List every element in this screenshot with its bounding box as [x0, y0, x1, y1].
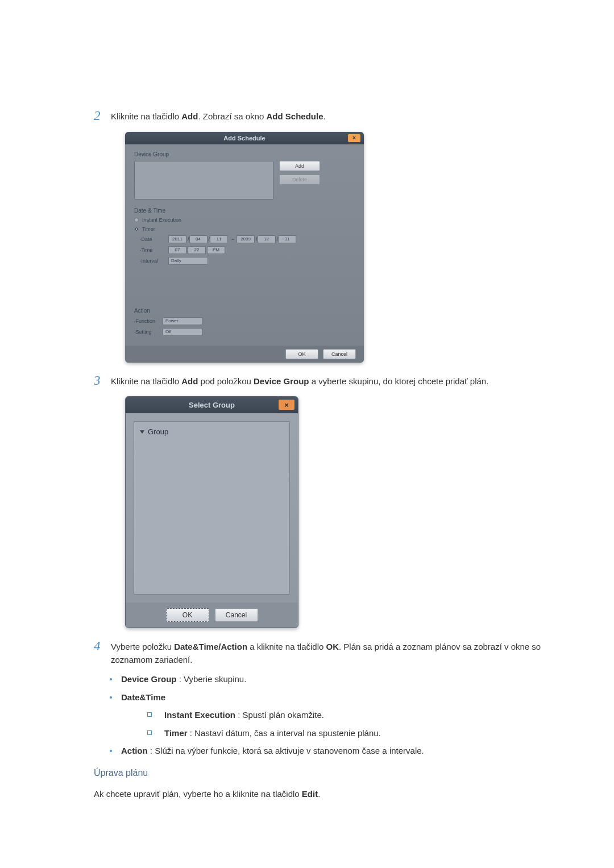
time-hour-spinner[interactable]: 07 [168, 246, 186, 254]
ok-button[interactable]: OK [166, 608, 209, 622]
time-ampm-spinner[interactable]: PM [207, 246, 225, 254]
device-group-buttons: Add Delete [279, 161, 320, 200]
timer-fields: ·Date 2011/ 04/ 11 – 2099/ 12/ 31 ·Time … [140, 235, 355, 265]
ok-button[interactable]: OK [285, 349, 318, 359]
step-4-number: 4 [94, 638, 111, 654]
date-year2-spinner[interactable]: 2099 [237, 235, 255, 243]
dialog-title-bar: Add Schedule × [125, 132, 364, 144]
close-x: × [284, 401, 289, 409]
bullet-list: Device Group : Vyberie skupinu. Date&Tim… [110, 673, 563, 758]
text-frag: Kliknite na tlačidlo [111, 376, 181, 386]
cancel-button[interactable]: Cancel [215, 608, 258, 622]
add-schedule-screenshot: Add Schedule × Device Group Add Delete D… [125, 132, 563, 363]
text-frag: Kliknite na tlačidlo [111, 111, 181, 121]
group-tree[interactable]: Group [134, 421, 290, 595]
bullet-action: Action : Slúži na výber funkcie, ktorá s… [110, 745, 563, 758]
step-3-text: Kliknite na tlačidlo Add pod položkou De… [111, 373, 488, 388]
bullet-date-time: Date&Time [110, 691, 563, 704]
function-label: ·Function [134, 318, 163, 324]
text-bold: Device Group [254, 376, 309, 386]
step-2: 2 Kliknite na tlačidlo Add. Zobrazí sa o… [94, 108, 563, 124]
delete-button: Delete [279, 175, 320, 185]
bullet-bold: Device Group [121, 674, 177, 684]
text-frag: Ak chcete upraviť plán, vyberte ho a kli… [94, 789, 302, 799]
interval-dropdown[interactable]: Daily [168, 257, 208, 265]
date-day2-spinner[interactable]: 31 [278, 235, 296, 243]
setting-label: ·Setting [134, 329, 163, 335]
bullet-icon [110, 750, 112, 752]
sub-bullet-instant: Instant Execution : Spustí plán okamžite… [147, 709, 563, 722]
dialog2-body: Group [126, 413, 298, 603]
date-label: ·Date [140, 236, 168, 242]
time-field-row: ·Time 07 22 PM [140, 246, 355, 254]
bullet-device-group: Device Group : Vyberie skupinu. [110, 673, 563, 686]
date-time-section: Instant Execution Timer ·Date 2011/ 04/ … [134, 217, 355, 302]
date-day1-spinner[interactable]: 11 [210, 235, 228, 243]
device-group-section: Add Delete [134, 161, 355, 200]
function-dropdown[interactable]: Power [163, 317, 202, 325]
dialog2-footer: OK Cancel [126, 603, 298, 628]
text-bold: Date&Time/Action [174, 642, 247, 651]
text-frag: . Zobrazí sa okno [198, 111, 266, 121]
sub-bullet-bold: Timer [164, 728, 188, 738]
group-tree-item[interactable]: Group [140, 427, 284, 436]
radio-icon [134, 218, 139, 222]
text-bold: Add [181, 376, 198, 386]
close-icon[interactable]: × [348, 134, 360, 142]
bullet-icon [110, 678, 112, 680]
setting-dropdown[interactable]: Off [163, 328, 202, 336]
edit-plan-text: Ak chcete upraviť plán, vyberte ho a kli… [94, 787, 563, 801]
text-frag: . [318, 789, 320, 799]
sub-bullet-text: : Nastaví dátum, čas a interval na spust… [188, 728, 381, 738]
text-frag: a kliknite na tlačidlo [247, 642, 326, 651]
bullet-text: : Slúži na výber funkcie, ktorá sa aktiv… [148, 746, 424, 755]
time-min-spinner[interactable]: 22 [188, 246, 206, 254]
close-x: × [352, 135, 356, 141]
sub-bullet-text: : Spustí plán okamžite. [235, 710, 324, 720]
radio-label: Timer [142, 226, 155, 232]
dialog-footer: OK Cancel [125, 346, 364, 363]
bullet-bold: Action [121, 746, 148, 755]
text-bold: Edit [302, 789, 318, 799]
text-frag: a vyberte skupinu, do ktorej chcete prid… [309, 376, 489, 386]
interval-label: ·Interval [140, 258, 168, 264]
text-frag: . [323, 111, 325, 121]
sub-bullet-timer: Timer : Nastaví dátum, čas a interval na… [147, 727, 563, 740]
step-3-number: 3 [94, 373, 111, 389]
dialog2-title-text: Select Group [189, 401, 235, 409]
select-group-dialog: Select Group × Group OK Cancel [125, 396, 298, 628]
time-label: ·Time [140, 247, 168, 253]
function-field-row: ·Function Power [134, 317, 355, 325]
bullet-icon [110, 696, 112, 699]
radio-label: Instant Execution [142, 217, 181, 223]
select-group-screenshot: Select Group × Group OK Cancel [125, 396, 563, 628]
radio-icon [134, 227, 139, 231]
date-year1-spinner[interactable]: 2011 [168, 235, 186, 243]
add-button[interactable]: Add [279, 161, 320, 171]
step-2-number: 2 [94, 108, 111, 124]
dash: – [231, 236, 234, 242]
sub-bullet-bold: Instant Execution [164, 710, 235, 720]
step-2-text: Kliknite na tlačidlo Add. Zobrazí sa okn… [111, 108, 326, 123]
sub-bullet-icon [147, 730, 152, 735]
instant-execution-radio[interactable]: Instant Execution [134, 217, 355, 223]
setting-field-row: ·Setting Off [134, 328, 355, 336]
interval-field-row: ·Interval Daily [140, 257, 355, 265]
timer-radio[interactable]: Timer [134, 226, 355, 232]
text-bold: Add [181, 111, 198, 121]
sub-bullet-icon [147, 712, 152, 717]
date-month2-spinner[interactable]: 12 [258, 235, 276, 243]
action-label: Action [134, 308, 355, 314]
sub-bullet-list: Instant Execution : Spustí plán okamžite… [147, 709, 563, 740]
bullet-bold: Date&Time [121, 692, 165, 702]
device-group-list[interactable] [134, 161, 273, 200]
dialog-body: Device Group Add Delete Date & Time Inst… [125, 144, 364, 346]
date-month1-spinner[interactable]: 04 [189, 235, 208, 243]
cancel-button[interactable]: Cancel [323, 349, 356, 359]
close-icon[interactable]: × [279, 400, 294, 410]
date-field-row: ·Date 2011/ 04/ 11 – 2099/ 12/ 31 [140, 235, 355, 243]
step-4: 4 Vyberte položku Date&Time/Action a kli… [94, 638, 563, 666]
device-group-label: Device Group [134, 151, 355, 157]
chevron-down-icon [140, 430, 144, 434]
spacer [134, 268, 355, 302]
